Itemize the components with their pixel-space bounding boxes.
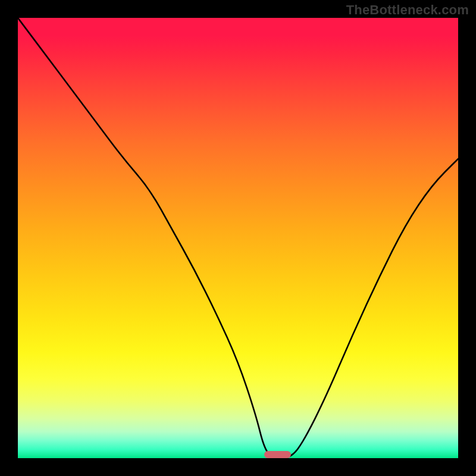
chart-frame: TheBottleneck.com (0, 0, 476, 476)
bottleneck-curve-path (18, 18, 458, 458)
plot-area (18, 18, 458, 458)
optimal-marker (264, 451, 290, 458)
curve-svg (18, 18, 458, 458)
watermark-text: TheBottleneck.com (346, 2, 469, 18)
